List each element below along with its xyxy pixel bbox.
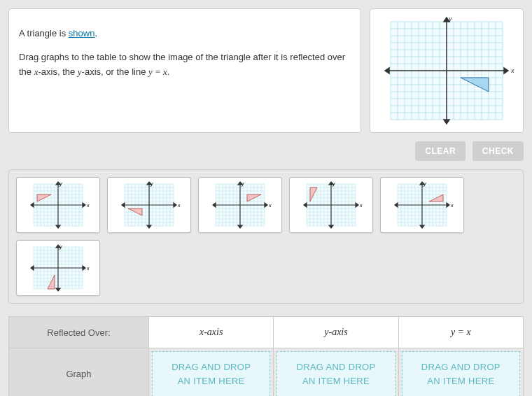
svg-marker-225 (420, 225, 424, 228)
instructions-panel: A triangle is shown. Drag graphs to the … (8, 8, 361, 133)
instruction-line-1: A triangle is shown. (19, 27, 351, 41)
option-graph-6: x y (27, 243, 90, 292)
option-graph-3: x y (209, 181, 272, 229)
svg-text:x: x (268, 203, 272, 208)
svg-marker-263 (56, 288, 60, 291)
answer-table: Reflected Over: x-axis y-axis y = x Grap… (8, 316, 524, 396)
check-button[interactable]: CHECK (472, 141, 524, 161)
svg-text:y: y (332, 181, 335, 187)
svg-marker-147 (213, 203, 216, 207)
option-card-1[interactable]: x y (16, 177, 100, 233)
svg-marker-36 (385, 68, 389, 73)
svg-text:y: y (423, 181, 426, 187)
instruction-line-2: Drag graphs to the table to show the ima… (19, 50, 351, 80)
svg-marker-38 (444, 120, 449, 124)
svg-marker-111 (147, 225, 151, 228)
option-graph-2: x y (118, 181, 181, 229)
col-header-x-axis: x-axis (149, 317, 274, 348)
svg-marker-109 (122, 203, 125, 207)
option-graph-5: x y (391, 181, 454, 229)
col-header-y-axis: y-axis (274, 317, 398, 348)
drop-zone-x-axis[interactable]: DRAG AND DROP AN ITEM HERE (152, 351, 270, 396)
clear-button[interactable]: CLEAR (415, 141, 465, 161)
svg-text:x: x (177, 203, 181, 208)
drop-text-2: AN ITEM HERE (427, 376, 494, 386)
text: . (94, 28, 97, 38)
header-reflected-over: Reflected Over: (9, 317, 149, 348)
svg-marker-187 (329, 225, 333, 228)
svg-text:y: y (59, 244, 62, 250)
svg-text:y: y (241, 181, 244, 187)
option-card-6[interactable]: x y (16, 240, 100, 296)
option-graph-4: x y (300, 181, 363, 229)
drop-text-2: AN ITEM HERE (178, 376, 245, 386)
svg-marker-222 (447, 203, 449, 207)
option-card-5[interactable]: x y (380, 177, 464, 233)
svg-text:x: x (86, 266, 90, 271)
svg-marker-223 (395, 203, 398, 207)
drop-zone-y-eq-x[interactable]: DRAG AND DROP AN ITEM HERE (402, 351, 520, 396)
svg-marker-35 (504, 68, 508, 73)
col-header-y-eq-x: y = x (398, 317, 523, 348)
svg-text:y: y (59, 181, 62, 187)
text: -axis, the (38, 66, 77, 77)
eq-yx: y = x (148, 66, 167, 77)
svg-marker-149 (238, 225, 242, 228)
svg-marker-146 (265, 203, 267, 207)
svg-marker-184 (356, 203, 358, 207)
text: . (167, 66, 170, 77)
drop-text-1: DRAG AND DROP (297, 362, 376, 372)
svg-text:y: y (150, 181, 153, 187)
svg-marker-73 (56, 225, 60, 228)
shown-link[interactable]: shown (69, 28, 95, 38)
svg-marker-70 (83, 203, 85, 207)
option-graph-1: x y (27, 181, 90, 229)
drop-text-1: DRAG AND DROP (172, 362, 251, 372)
axis-y-label: y (448, 15, 452, 22)
action-buttons: CLEAR CHECK (8, 141, 524, 161)
text: A triangle is (19, 28, 69, 38)
svg-marker-108 (174, 203, 176, 207)
option-card-2[interactable]: x y (107, 177, 191, 233)
option-card-3[interactable]: x y (198, 177, 282, 233)
reference-graph: x y (377, 15, 517, 127)
svg-text:x: x (86, 203, 90, 208)
drop-text-1: DRAG AND DROP (421, 362, 500, 372)
drop-zone-y-axis[interactable]: DRAG AND DROP AN ITEM HERE (276, 351, 395, 396)
svg-marker-260 (83, 266, 85, 270)
svg-marker-71 (31, 203, 34, 207)
row-label-graph: Graph (9, 348, 149, 397)
svg-marker-261 (31, 266, 34, 270)
drop-text-2: AN ITEM HERE (302, 376, 370, 386)
reference-graph-panel: x y (370, 8, 524, 133)
svg-text:x: x (359, 203, 363, 208)
svg-text:x: x (450, 203, 454, 208)
svg-marker-185 (304, 203, 307, 207)
axis-x-label: x (510, 67, 514, 74)
option-card-4[interactable]: x y (289, 177, 373, 233)
options-panel: x y x y (8, 169, 524, 304)
text: -axis, or the line (82, 66, 148, 77)
